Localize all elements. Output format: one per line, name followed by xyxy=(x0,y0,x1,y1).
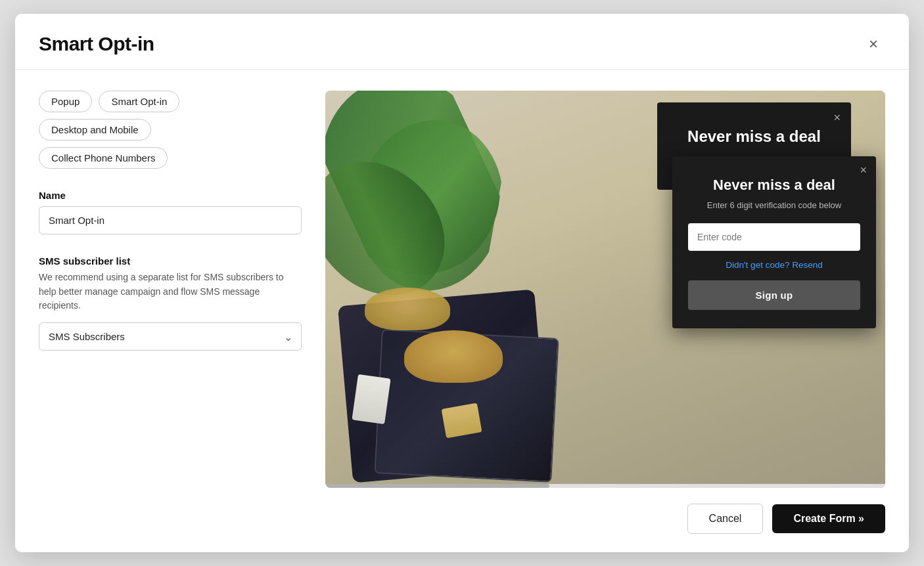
popup-card-front: × Never miss a deal Enter 6 digit verifi… xyxy=(672,156,876,328)
preview-panel: × Never miss a deal Get exclusive offers… xyxy=(325,91,885,488)
name-input[interactable] xyxy=(39,206,302,234)
popup-front-close-button[interactable]: × xyxy=(860,164,867,176)
scene-item-1 xyxy=(352,374,390,424)
scene-hat xyxy=(404,330,503,383)
subscriber-select-wrapper: SMS Subscribers All Subscribers Email Su… xyxy=(39,322,302,351)
popup-front-title: Never miss a deal xyxy=(688,176,860,195)
preview-scrollbar-thumb xyxy=(325,484,549,488)
preview-scrollbar[interactable] xyxy=(325,484,885,488)
name-label: Name xyxy=(39,190,302,201)
subscriber-title: SMS subscriber list xyxy=(39,255,302,267)
scene-item-2 xyxy=(442,403,482,439)
cancel-button[interactable]: Cancel xyxy=(687,504,764,534)
tags-row-3: Collect Phone Numbers xyxy=(39,147,302,169)
tags-row-2: Desktop and Mobile xyxy=(39,119,302,141)
tag-desktop-mobile: Desktop and Mobile xyxy=(39,119,151,141)
left-panel: Popup Smart Opt-in Desktop and Mobile Co… xyxy=(39,91,302,488)
tag-collect-phones: Collect Phone Numbers xyxy=(39,147,168,169)
tags-row-1: Popup Smart Opt-in xyxy=(39,91,302,112)
subscriber-section: SMS subscriber list We recommend using a… xyxy=(39,255,302,351)
modal-title: Smart Opt-in xyxy=(39,33,154,55)
tag-popup: Popup xyxy=(39,91,92,112)
create-form-button[interactable]: Create Form » xyxy=(772,504,885,533)
resend-link[interactable]: Didn't get code? Resend xyxy=(688,260,860,270)
name-field-section: Name xyxy=(39,190,302,234)
subscriber-desc: We recommend using a separate list for S… xyxy=(39,271,302,313)
modal-body: Popup Smart Opt-in Desktop and Mobile Co… xyxy=(15,70,909,488)
modal-close-button[interactable]: × xyxy=(862,32,885,56)
smart-opt-in-modal: Smart Opt-in × Popup Smart Opt-in Deskto… xyxy=(15,14,909,552)
popup-front-subtitle: Enter 6 digit verification code below xyxy=(688,199,860,212)
popup-back-close-button[interactable]: × xyxy=(833,112,841,123)
modal-header: Smart Opt-in × xyxy=(15,14,909,70)
code-input[interactable] xyxy=(688,223,860,251)
tag-smart-opt-in: Smart Opt-in xyxy=(99,91,179,112)
signup-button[interactable]: Sign up xyxy=(688,280,860,310)
subscriber-select[interactable]: SMS Subscribers All Subscribers Email Su… xyxy=(39,322,302,351)
popup-back-title: Never miss a deal xyxy=(676,126,833,146)
scene-hat-2 xyxy=(365,288,450,330)
modal-footer: Cancel Create Form » xyxy=(15,488,909,552)
